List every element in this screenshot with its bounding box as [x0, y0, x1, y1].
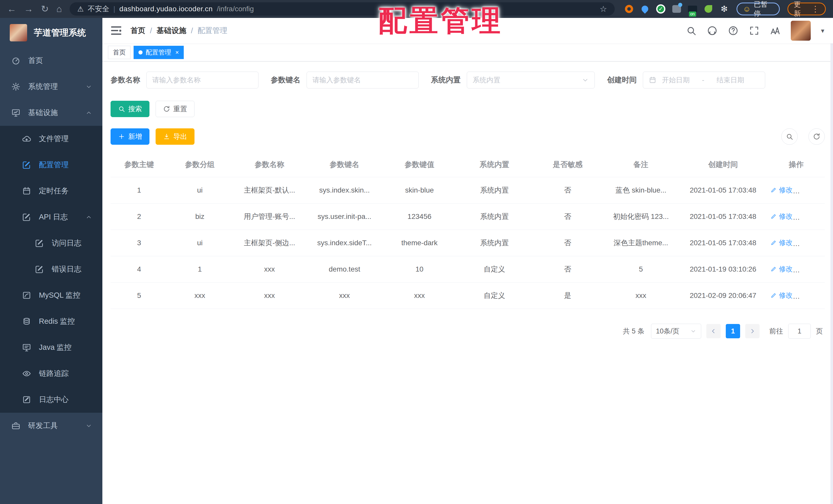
sidebar-item-研发工具[interactable]: 研发工具	[0, 413, 102, 439]
breadcrumb-infra[interactable]: 基础设施	[157, 26, 186, 36]
sidebar-item-MySQL-监控[interactable]: MySQL 监控	[0, 282, 102, 308]
trash-icon	[800, 240, 807, 246]
extension-green-check-icon[interactable]: ✓	[656, 4, 665, 14]
chevron-left-icon	[710, 328, 717, 334]
extension-blue-pin-icon[interactable]	[640, 4, 649, 14]
extension-orange-ring-icon[interactable]	[624, 4, 634, 14]
table-cell: 2021-01-05 17:03:48	[679, 230, 768, 256]
extension-gray-grid-icon[interactable]	[672, 4, 681, 14]
github-icon[interactable]	[707, 25, 718, 36]
chevron-down-icon	[86, 83, 92, 90]
table-cell: sys.index.sideT...	[307, 230, 382, 256]
table-cell: 主框架页-侧边...	[232, 230, 307, 256]
app-logo-row[interactable]: 芋道管理系统	[0, 18, 102, 48]
table-cell: 2	[111, 204, 168, 230]
sidebar-item-Redis-监控[interactable]: Redis 监控	[0, 308, 102, 334]
create-time-range-picker[interactable]: 开始日期 - 结束日期	[643, 72, 765, 89]
toggle-search-tool-button[interactable]	[781, 128, 798, 145]
plus-icon	[118, 133, 125, 140]
system-builtin-select[interactable]: 系统内置	[467, 72, 595, 89]
sidebar-item-label: API 日志	[39, 212, 68, 222]
edit-row-link[interactable]: 修改	[770, 264, 793, 274]
edit-row-link[interactable]: 修改	[770, 212, 793, 221]
sidebar-item-配置管理[interactable]: 配置管理	[0, 152, 102, 178]
search-button[interactable]: 搜索	[111, 101, 149, 117]
url-host: dashboard.yudao.iocoder.cn	[119, 5, 213, 13]
sidebar-item-基础设施[interactable]: 基础设施	[0, 100, 102, 126]
table-cell: 自定义	[457, 256, 532, 282]
browser-forward-icon[interactable]: →	[24, 4, 33, 14]
user-menu-caret-icon[interactable]: ▾	[821, 27, 824, 35]
page-size-select[interactable]: 10条/页	[651, 324, 701, 338]
sidebar-item-访问日志[interactable]: 访问日志	[0, 230, 102, 256]
extension-on-badge-icon[interactable]	[688, 4, 697, 14]
sidebar-item-链路追踪[interactable]: 链路追踪	[0, 360, 102, 387]
breadcrumb: 首页 / 基础设施 / 配置管理	[130, 26, 227, 36]
java-icon	[22, 343, 31, 352]
cloud-icon	[22, 134, 31, 144]
delete-row-link[interactable]: 删除	[800, 212, 823, 221]
sidebar-item-label: 访问日志	[52, 238, 81, 248]
table-cell: 2021-01-05 17:03:48	[679, 177, 768, 204]
prev-page-button[interactable]	[706, 324, 721, 338]
extension-leaf-icon[interactable]	[704, 4, 713, 14]
breadcrumb-home[interactable]: 首页	[130, 26, 145, 36]
goto-page-input[interactable]	[788, 324, 811, 338]
param-key-input[interactable]	[307, 72, 419, 89]
sidebar-item-错误日志[interactable]: 错误日志	[0, 256, 102, 282]
edit-row-link[interactable]: 修改	[770, 291, 793, 300]
address-bar[interactable]: ⚠ 不安全 | dashboard.yudao.iocoder.cn /infr…	[70, 2, 615, 16]
table-cell: 3	[111, 230, 168, 256]
extensions-puzzle-icon[interactable]: ❇	[720, 4, 729, 14]
browser-menu-kebab-icon[interactable]: ⋮	[811, 4, 819, 14]
browser-home-icon[interactable]: ⌂	[56, 4, 62, 14]
sidebar-item-定时任务[interactable]: 定时任务	[0, 178, 102, 204]
breadcrumb-current: 配置管理	[197, 26, 227, 36]
next-page-button[interactable]	[745, 324, 760, 338]
edit-row-link[interactable]: 修改	[770, 185, 793, 195]
param-name-input[interactable]	[146, 72, 259, 89]
table-cell: 主框架页-默认...	[232, 177, 307, 204]
sidebar-item-文件管理[interactable]: 文件管理	[0, 126, 102, 152]
delete-row-link[interactable]: 删除	[800, 291, 823, 300]
doc-icon	[35, 264, 44, 274]
help-icon[interactable]	[728, 25, 739, 36]
delete-row-link[interactable]: 删除	[800, 238, 823, 247]
header-search-icon[interactable]	[686, 25, 697, 36]
sidebar-item-首页[interactable]: 首页	[0, 48, 102, 74]
trash-icon	[800, 187, 807, 193]
table-cell: 1	[168, 256, 232, 282]
browser-update-button[interactable]: 更新 ⋮	[787, 3, 826, 15]
font-size-icon[interactable]	[770, 25, 781, 36]
delete-row-link[interactable]: 删除	[800, 185, 823, 195]
fullscreen-icon[interactable]	[749, 25, 760, 36]
tab-config-active[interactable]: 配置管理 ×	[134, 46, 184, 59]
refresh-table-button[interactable]	[808, 128, 825, 145]
doc-icon	[35, 238, 44, 248]
browser-reload-icon[interactable]: ↻	[41, 4, 49, 14]
sidebar-item-API-日志[interactable]: API 日志	[0, 204, 102, 230]
bookmark-star-icon[interactable]: ☆	[600, 4, 607, 14]
table-cell: xxx	[232, 282, 307, 309]
edit-row-link[interactable]: 修改	[770, 238, 793, 247]
user-avatar[interactable]	[791, 21, 811, 41]
table-cell: 2021-01-19 03:10:26	[679, 256, 768, 282]
column-header: 参数主键	[111, 152, 168, 177]
export-button[interactable]: 导出	[156, 128, 194, 145]
add-button[interactable]: 新增	[111, 128, 149, 145]
reset-button[interactable]: 重置	[156, 101, 194, 117]
sidebar-item-Java-监控[interactable]: Java 监控	[0, 334, 102, 360]
sidebar-item-日志中心[interactable]: 日志中心	[0, 387, 102, 413]
tab-home[interactable]: 首页	[108, 46, 130, 59]
collapse-sidebar-icon[interactable]	[111, 26, 121, 35]
current-page-button[interactable]: 1	[726, 324, 740, 338]
table-cell: 否	[532, 204, 603, 230]
sidebar-item-系统管理[interactable]: 系统管理	[0, 74, 102, 100]
delete-row-link[interactable]: 删除	[800, 264, 823, 274]
chevron-down-icon	[690, 328, 696, 334]
profile-paused-chip[interactable]: ☺ 已暂停	[737, 3, 780, 15]
config-page-content: 参数名称 参数键名 系统内置 系统内置 创建时间 开始日期 - 结束日期	[102, 61, 833, 504]
close-tab-icon[interactable]: ×	[175, 49, 179, 56]
browser-back-icon[interactable]: ←	[7, 4, 16, 14]
row-actions-cell: 修改删除	[768, 177, 825, 204]
